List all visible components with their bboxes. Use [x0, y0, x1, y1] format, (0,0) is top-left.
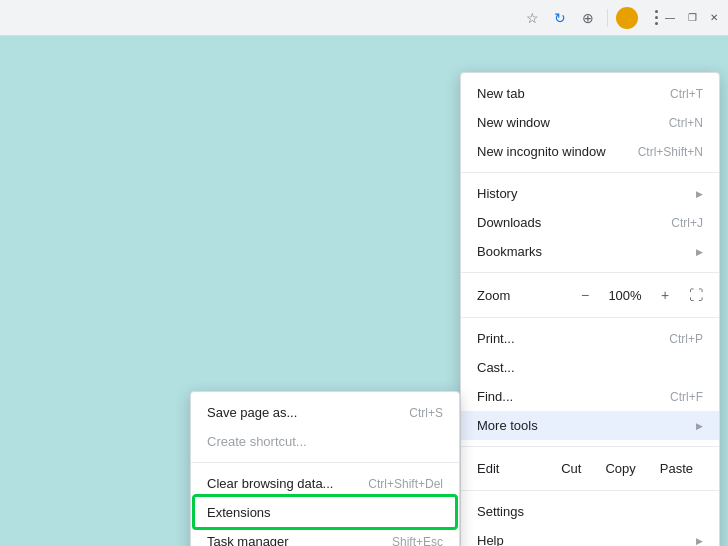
- menu-item-find-label: Find...: [477, 389, 513, 404]
- copy-button[interactable]: Copy: [595, 457, 645, 480]
- avatar[interactable]: [616, 7, 638, 29]
- zoom-label: Zoom: [477, 288, 573, 303]
- menu-item-new-window-shortcut: Ctrl+N: [669, 116, 703, 130]
- menu-item-new-tab-shortcut: Ctrl+T: [670, 87, 703, 101]
- menu-item-history[interactable]: History: [461, 179, 719, 208]
- zoom-fullscreen-button[interactable]: ⛶: [689, 287, 703, 303]
- window-controls: — ❐ ✕: [664, 0, 720, 35]
- paste-button[interactable]: Paste: [650, 457, 703, 480]
- submenu-separator-1: [191, 462, 459, 463]
- submenu-extensions-label: Extensions: [207, 505, 271, 520]
- menu-item-help[interactable]: Help: [461, 526, 719, 546]
- menu-item-help-label: Help: [477, 533, 504, 546]
- menu-item-history-label: History: [477, 186, 517, 201]
- submenu-create-shortcut-label: Create shortcut...: [207, 434, 307, 449]
- zoom-value: 100%: [605, 288, 645, 303]
- submenu-clear-browsing-label: Clear browsing data...: [207, 476, 333, 491]
- menu-item-cast[interactable]: Cast...: [461, 353, 719, 382]
- zoom-controls: − 100% + ⛶: [573, 283, 703, 307]
- dot2: [655, 16, 658, 19]
- zoom-minus-button[interactable]: −: [573, 283, 597, 307]
- menu-item-print-label: Print...: [477, 331, 515, 346]
- menu-item-settings[interactable]: Settings: [461, 497, 719, 526]
- submenu-task-manager-label: Task manager: [207, 534, 289, 546]
- submenu-save-page[interactable]: Save page as... Ctrl+S: [191, 398, 459, 427]
- submenu-task-manager-shortcut: Shift+Esc: [392, 535, 443, 547]
- submenu-clear-browsing-shortcut: Ctrl+Shift+Del: [368, 477, 443, 491]
- separator-3: [461, 317, 719, 318]
- menu-item-more-tools-label: More tools: [477, 418, 538, 433]
- menu-item-settings-label: Settings: [477, 504, 524, 519]
- menu-item-new-incognito-label: New incognito window: [477, 144, 606, 159]
- toolbar-area: ☆ ↻ ⊕: [521, 0, 668, 35]
- submenu-extensions[interactable]: Extensions: [191, 498, 459, 527]
- menu-item-new-tab-label: New tab: [477, 86, 525, 101]
- menu-item-find-shortcut: Ctrl+F: [670, 390, 703, 404]
- minimize-button[interactable]: —: [664, 12, 676, 24]
- menu-item-downloads[interactable]: Downloads Ctrl+J: [461, 208, 719, 237]
- refresh-icon[interactable]: ↻: [549, 7, 571, 29]
- cast-icon[interactable]: ⊕: [577, 7, 599, 29]
- separator-4: [461, 446, 719, 447]
- menu-item-more-tools[interactable]: More tools: [461, 411, 719, 440]
- menu-item-new-window[interactable]: New window Ctrl+N: [461, 108, 719, 137]
- content-area: 生活百科 www.bimeiz.com New tab Ctrl+T New w…: [0, 36, 728, 546]
- menu-item-new-incognito-shortcut: Ctrl+Shift+N: [638, 145, 703, 159]
- zoom-plus-button[interactable]: +: [653, 283, 677, 307]
- dot3: [655, 22, 658, 25]
- menu-item-print-shortcut: Ctrl+P: [669, 332, 703, 346]
- menu-item-bookmarks[interactable]: Bookmarks: [461, 237, 719, 266]
- menu-item-new-window-label: New window: [477, 115, 550, 130]
- submenu-task-manager[interactable]: Task manager Shift+Esc: [191, 527, 459, 546]
- submenu-save-page-label: Save page as...: [207, 405, 297, 420]
- menu-item-new-incognito[interactable]: New incognito window Ctrl+Shift+N: [461, 137, 719, 166]
- menu-item-cast-label: Cast...: [477, 360, 515, 375]
- menu-item-downloads-label: Downloads: [477, 215, 541, 230]
- submenu-clear-browsing[interactable]: Clear browsing data... Ctrl+Shift+Del: [191, 469, 459, 498]
- restore-button[interactable]: ❐: [686, 12, 698, 24]
- main-context-menu: New tab Ctrl+T New window Ctrl+N New inc…: [460, 72, 720, 546]
- separator-2: [461, 272, 719, 273]
- edit-label: Edit: [477, 461, 547, 476]
- menu-item-print[interactable]: Print... Ctrl+P: [461, 324, 719, 353]
- menu-item-find[interactable]: Find... Ctrl+F: [461, 382, 719, 411]
- separator-5: [461, 490, 719, 491]
- star-icon[interactable]: ☆: [521, 7, 543, 29]
- dot1: [655, 10, 658, 13]
- submenu-save-page-shortcut: Ctrl+S: [409, 406, 443, 420]
- close-button[interactable]: ✕: [708, 12, 720, 24]
- submenu-create-shortcut[interactable]: Create shortcut...: [191, 427, 459, 456]
- menu-item-downloads-shortcut: Ctrl+J: [671, 216, 703, 230]
- cut-button[interactable]: Cut: [551, 457, 591, 480]
- more-tools-submenu: Save page as... Ctrl+S Create shortcut..…: [190, 391, 460, 546]
- zoom-row: Zoom − 100% + ⛶: [461, 279, 719, 311]
- browser-chrome: ☆ ↻ ⊕ — ❐ ✕: [0, 0, 728, 36]
- separator-1: [461, 172, 719, 173]
- edit-row: Edit Cut Copy Paste: [461, 453, 719, 484]
- divider: [607, 9, 608, 27]
- menu-item-bookmarks-label: Bookmarks: [477, 244, 542, 259]
- menu-item-new-tab[interactable]: New tab Ctrl+T: [461, 79, 719, 108]
